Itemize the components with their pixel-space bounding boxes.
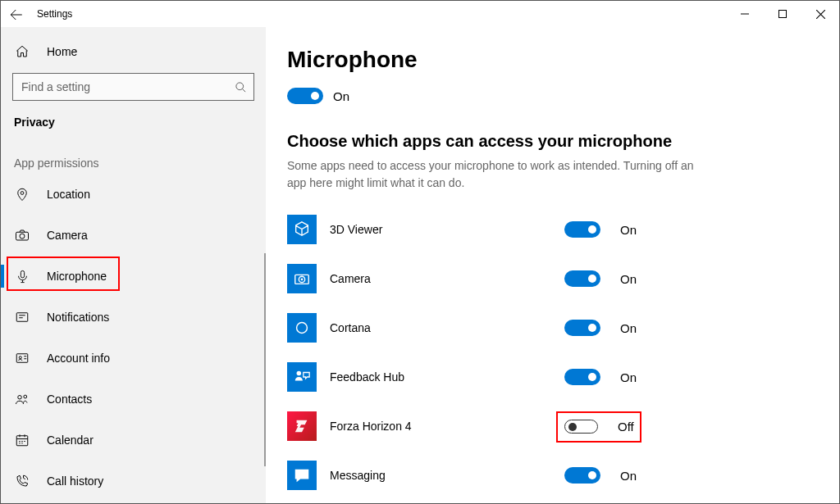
sidebar-item-notifications[interactable]: Notifications: [1, 299, 266, 335]
app-toggle[interactable]: [564, 420, 598, 434]
svg-point-8: [19, 356, 21, 359]
sidebar-item-microphone[interactable]: Microphone: [1, 258, 266, 294]
window-title: Settings: [32, 8, 72, 20]
section-description: Some apps need to access your microphone…: [287, 157, 697, 192]
sidebar: Home Find a setting Privacy App permissi…: [1, 27, 266, 503]
sidebar-item-calendar[interactable]: Calendar: [1, 422, 266, 458]
app-row-feedback-hub: Feedback Hub On: [287, 352, 839, 402]
3d-viewer-icon: [287, 215, 317, 244]
close-icon: [816, 10, 825, 19]
messaging-icon: [287, 461, 317, 490]
titlebar: Settings: [1, 1, 839, 27]
sidebar-item-contacts[interactable]: Contacts: [1, 381, 266, 417]
app-toggle[interactable]: [564, 320, 600, 336]
svg-rect-11: [16, 436, 28, 446]
window-controls: [726, 1, 839, 27]
svg-point-2: [21, 192, 24, 195]
forza-icon: [287, 411, 317, 441]
sidebar-item-label: Camera: [47, 229, 88, 242]
search-input[interactable]: Find a setting: [12, 73, 254, 101]
app-toggle-label: On: [620, 321, 637, 335]
svg-rect-6: [16, 313, 28, 322]
home-icon: [14, 43, 30, 60]
app-toggle-label: On: [620, 223, 637, 237]
close-button[interactable]: [801, 1, 839, 27]
section-title: Choose which apps can access your microp…: [287, 132, 839, 151]
app-name: Messaging: [330, 469, 564, 482]
back-button[interactable]: [1, 1, 32, 27]
search-icon: [235, 81, 247, 93]
camera-icon: [14, 227, 30, 243]
main-panel: Microphone On Choose which apps can acce…: [266, 27, 839, 503]
app-name: Forza Horizon 4: [330, 420, 564, 433]
sidebar-home-label: Home: [47, 45, 77, 58]
microphone-icon: [14, 268, 30, 284]
sidebar-item-account-info[interactable]: Account info: [1, 340, 266, 376]
app-row-3d-viewer: 3D Viewer On: [287, 205, 839, 254]
master-toggle[interactable]: [287, 88, 323, 104]
master-toggle-row: On: [287, 88, 839, 104]
master-toggle-label: On: [333, 89, 349, 103]
sidebar-item-label: Contacts: [47, 393, 92, 406]
app-row-forza: Forza Horizon 4 Off: [287, 402, 839, 451]
search-placeholder: Find a setting: [21, 80, 235, 93]
feedback-hub-icon: [287, 362, 317, 392]
app-toggle-label: On: [620, 370, 637, 384]
svg-point-14: [301, 279, 304, 281]
maximize-button[interactable]: [764, 1, 801, 27]
svg-point-4: [20, 234, 25, 238]
calendar-icon: [14, 432, 30, 448]
svg-rect-5: [21, 270, 24, 278]
sidebar-item-label: Location: [47, 188, 90, 201]
svg-point-16: [297, 371, 302, 376]
svg-rect-0: [779, 11, 787, 18]
sidebar-item-call-history[interactable]: Call history: [1, 463, 266, 499]
app-toggle[interactable]: [564, 221, 600, 238]
account-info-icon: [14, 350, 30, 366]
app-toggle[interactable]: [564, 270, 600, 287]
maximize-icon: [778, 10, 787, 18]
scrollbar[interactable]: [264, 253, 266, 466]
app-toggle[interactable]: [564, 467, 600, 484]
app-toggle[interactable]: [564, 369, 600, 385]
camera-app-icon: [287, 264, 317, 293]
app-name: Cortana: [330, 321, 564, 334]
app-name: Camera: [330, 272, 564, 285]
app-toggle-label: On: [620, 272, 637, 286]
sidebar-category: Privacy: [1, 116, 266, 129]
active-indicator: [1, 265, 4, 288]
minimize-button[interactable]: [726, 1, 764, 27]
sidebar-item-label: Notifications: [47, 311, 109, 324]
svg-point-1: [236, 82, 244, 89]
app-row-cortana: Cortana On: [287, 303, 839, 352]
sidebar-item-label: Call history: [47, 474, 103, 488]
sidebar-section-label: App permissions: [1, 157, 266, 170]
location-icon: [14, 186, 30, 202]
sidebar-item-camera[interactable]: Camera: [1, 217, 266, 253]
app-row-messaging: Messaging On: [287, 451, 839, 500]
app-toggle-label: Off: [618, 420, 634, 434]
sidebar-home[interactable]: Home: [1, 35, 266, 68]
sidebar-item-location[interactable]: Location: [1, 176, 266, 212]
cortana-icon: [287, 313, 317, 343]
sidebar-item-label: Account info: [47, 352, 110, 365]
page-title: Microphone: [287, 47, 839, 73]
sidebar-item-label: Microphone: [47, 270, 107, 283]
app-name: Feedback Hub: [330, 370, 564, 384]
svg-rect-7: [16, 354, 28, 363]
sidebar-item-label: Calendar: [47, 434, 94, 447]
svg-point-10: [24, 395, 27, 398]
svg-point-15: [297, 323, 308, 334]
svg-point-9: [18, 396, 22, 400]
notifications-icon: [14, 309, 30, 325]
app-toggle-label: On: [620, 469, 637, 483]
minimize-icon: [741, 10, 749, 18]
app-row-camera: Camera On: [287, 254, 839, 303]
app-name: 3D Viewer: [330, 223, 564, 236]
call-history-icon: [14, 473, 30, 489]
contacts-icon: [14, 391, 30, 407]
arrow-left-icon: [9, 7, 24, 22]
